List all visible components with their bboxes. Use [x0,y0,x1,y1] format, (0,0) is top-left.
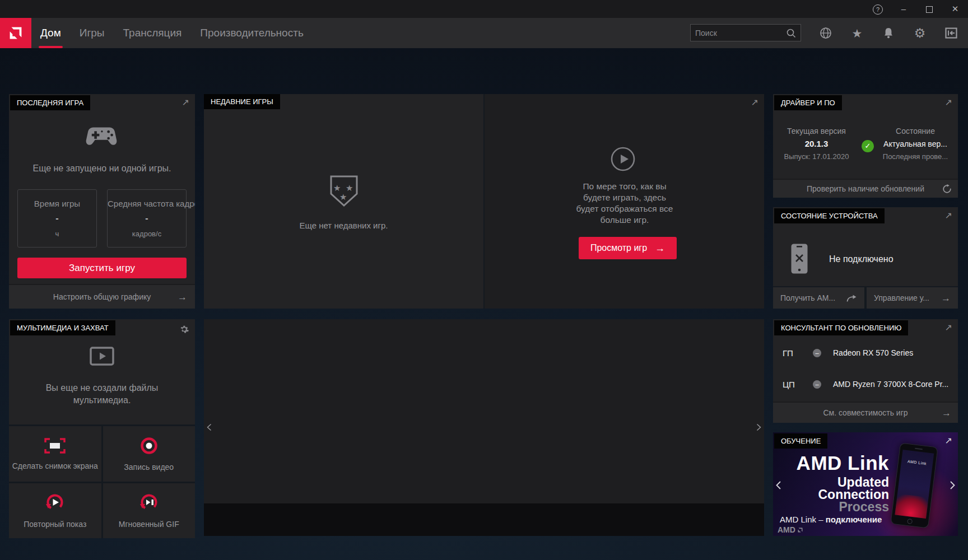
main-navbar: Дом Игры Трансляция Производительность ★… [0,18,968,48]
gear-icon[interactable]: ⚙ [913,26,927,40]
expand-icon[interactable]: ↗ [945,436,952,446]
stat-value: - [108,213,186,223]
get-amd-link-label: Получить AM... [780,293,835,302]
panel-title-device-status: СОСТОЯНИЕ УСТРОЙСТВА [774,208,885,223]
get-amd-link-button[interactable]: Получить AM... [773,287,864,309]
configure-graphics-label: Настроить общую графику [53,292,151,301]
maximize-button[interactable] [916,0,942,18]
amd-brand-text: AMD [778,525,795,534]
amd-link-phone-image: AMD Link [890,442,938,528]
record-video-button[interactable]: Запись видео [103,426,196,482]
status-subtext: Последняя прове... [873,152,958,161]
phone-home-button [907,519,913,524]
screenshot-icon [44,437,66,454]
help-icon: ? [873,4,883,15]
browse-games-button[interactable]: Просмотр игр → [579,237,677,259]
stat-unit: кадров/с [108,230,186,238]
arrow-right-icon: → [178,292,187,302]
bell-icon[interactable] [882,26,895,40]
card-last-game: ПОСЛЕДНЯЯ ИГРА ↗ Еще не запущено ни одно… [9,94,195,309]
amd-logo[interactable] [0,18,31,48]
expand-icon[interactable]: ↗ [182,97,189,108]
carousel-prev-button[interactable] [207,423,212,431]
banner-subline-3: Process [797,501,889,513]
tab-performance[interactable]: Производительность [200,18,303,48]
panel-toggle-icon[interactable] [944,26,958,40]
close-button[interactable]: ✕ [942,0,968,18]
phone-screen: AMD Link [895,450,934,519]
replay-button[interactable]: Повторный показ [9,483,101,539]
panel-title-training: ОБУЧЕНИЕ [774,433,827,449]
close-icon: ✕ [952,4,959,13]
panel-training: AMD Link Updated Connection Process AMD … [773,432,958,536]
cpu-label: ЦП [783,380,795,389]
banner-prev-button[interactable] [775,480,781,490]
screenshot-button[interactable]: Сделать снимок экрана [9,426,101,482]
manage-devices-label: Управление у... [874,293,929,302]
stat-avg-fps: Средняя частота кадров, кадр - кадров/с [107,189,187,248]
last-game-empty-text: Еще не запущено ни одной игры. [9,164,195,174]
instant-gif-icon [139,492,159,512]
maximize-icon [926,6,933,13]
expand-icon[interactable]: ↗ [945,97,952,108]
manage-devices-button[interactable]: Управление у... → [867,287,958,309]
chevron-right-icon [756,423,761,431]
help-button[interactable]: ? [865,0,891,18]
advisor-row-gpu: ГП – Radeon RX 570 Series [773,347,958,360]
card-title-last-game: ПОСЛЕДНЯЯ ИГРА [10,95,90,110]
phone-disconnected-icon [790,243,808,277]
current-version-label: Текущая версия [773,127,860,136]
globe-icon[interactable] [819,26,832,40]
tab-streaming[interactable]: Трансляция [123,18,182,48]
instant-gif-label: Мгновенный GIF [119,520,179,529]
panel-device-status: СОСТОЯНИЕ УСТРОЙСТВА ↗ Не подключено Пол… [773,207,958,309]
tab-games[interactable]: Игры [80,18,105,48]
chevron-left-icon [775,480,781,490]
arrow-right-icon: → [655,242,665,254]
driver-version-block: Текущая версия 20.1.3 Выпуск: 17.01.2020 [773,127,860,161]
search-box [690,24,801,41]
carousel-next-button[interactable] [756,423,761,431]
expand-icon[interactable]: ↗ [945,323,952,333]
amd-arrow-icon [797,526,804,534]
minus-circle-icon: – [813,380,821,389]
shield-stars-icon: ★ ★ ★ [328,174,360,210]
card-title-recent-games: НЕДАВНИЕ ИГРЫ [204,94,280,109]
game-compatibility-link[interactable]: См. совместимость игр → [773,402,958,423]
refresh-icon [942,184,952,194]
card-recent-games: НЕДАВНИЕ ИГРЫ ★ ★ ★ Еще нет недавних игр… [204,94,764,309]
banner-subline-1: Updated [797,476,889,488]
search-input[interactable] [691,29,786,38]
stat-play-time: Время игры - ч [17,189,97,248]
play-circle-icon [610,146,636,174]
navbar-icons: ★ ⚙ [819,18,958,48]
star-icon[interactable]: ★ [850,26,864,40]
search-icon [786,28,796,38]
tab-home[interactable]: Дом [40,18,61,48]
replay-label: Повторный показ [24,520,86,529]
gpu-label: ГП [783,348,793,358]
minus-circle-icon: – [813,349,821,357]
stat-label: Средняя частота кадров, кадр [108,199,186,208]
configure-graphics-link[interactable]: Настроить общую графику → [9,284,195,309]
media-settings-gear-icon[interactable] [179,324,189,337]
window-controls: ? – ✕ [865,0,968,18]
record-icon [139,436,159,455]
panel-title-driver: ДРАЙВЕР И ПО [774,95,842,110]
expand-icon[interactable]: ↗ [945,211,952,221]
banner-headline: AMD Link [797,454,889,473]
minimize-button[interactable]: – [891,0,916,18]
banner-caption: AMD Link – подключение [780,515,882,524]
nav-tabs: Дом Игры Трансляция Производительность [40,18,304,48]
launch-game-button[interactable]: Запустить игру [17,258,187,278]
banner-caption-text: AMD Link – [780,515,826,524]
carousel-panel [204,319,764,536]
instant-gif-button[interactable]: Мгновенный GIF [103,483,196,539]
recent-games-promo-panel: ↗ По мере того, как вы будете играть, зд… [485,94,764,309]
check-updates-link[interactable]: Проверить наличие обновлений [773,179,958,198]
amd-radeon-software-window: ? – ✕ Дом Игры Трансляция Производительн… [0,0,968,560]
arrow-right-icon: → [942,408,951,418]
expand-icon[interactable]: ↗ [751,97,758,108]
recent-games-promo-text: По мере того, как вы будете играть, здес… [574,181,675,226]
banner-next-button[interactable] [950,480,956,490]
